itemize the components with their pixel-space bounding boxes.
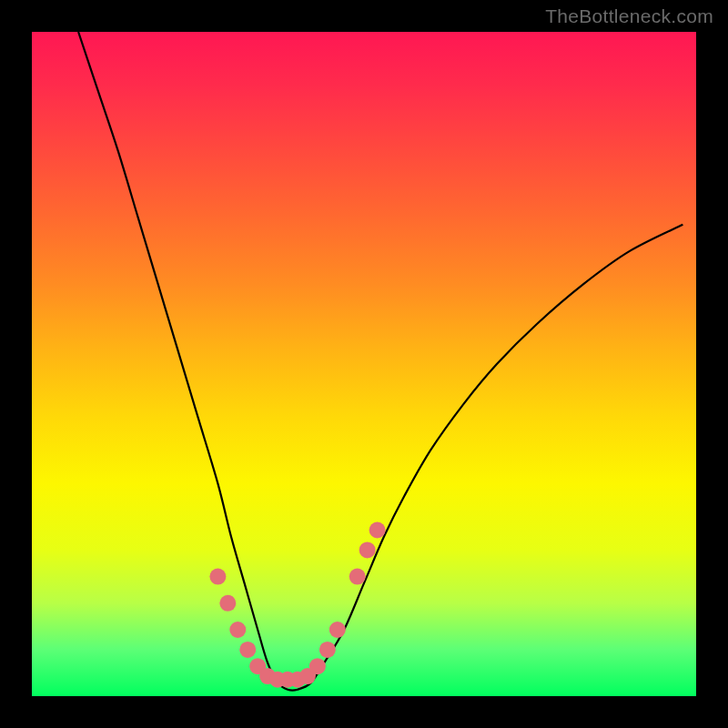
curve-marker xyxy=(219,595,236,612)
curve-marker xyxy=(309,658,326,674)
curve-marker xyxy=(369,522,386,539)
plot-area xyxy=(32,32,696,696)
watermark-text: TheBottleneck.com xyxy=(545,5,713,27)
curve-marker xyxy=(359,541,376,558)
curve-marker xyxy=(329,622,346,638)
curve-marker xyxy=(239,642,256,658)
curve-marker xyxy=(229,622,246,638)
bottleneck-curve xyxy=(32,32,696,696)
curve-marker xyxy=(209,569,226,585)
chart-frame: TheBottleneck.com xyxy=(0,0,728,728)
curve-marker xyxy=(349,569,366,585)
curve-marker xyxy=(319,642,336,658)
